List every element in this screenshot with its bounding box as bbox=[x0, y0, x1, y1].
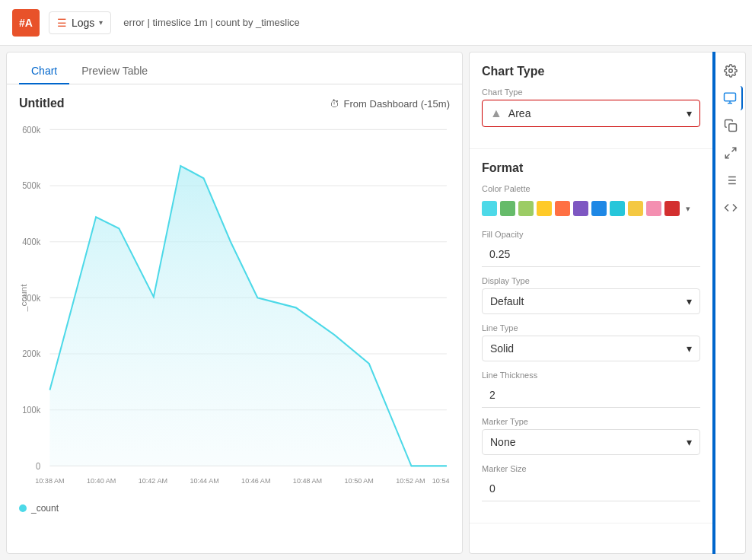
chart-type-value: Area bbox=[508, 107, 531, 119]
color-swatch-8[interactable] bbox=[628, 201, 643, 216]
chart-time-badge: ⏱ From Dashboard (-15m) bbox=[330, 98, 450, 110]
display-type-label: Display Type bbox=[482, 276, 700, 285]
color-swatch-4[interactable] bbox=[555, 201, 570, 216]
fill-opacity-field: Fill Opacity bbox=[482, 230, 700, 267]
tab-chart[interactable]: Chart bbox=[19, 59, 69, 84]
main-panel: Chart Preview Table Untitled ⏱ From Dash… bbox=[6, 52, 463, 554]
area-chart-icon: ▲ bbox=[490, 107, 502, 120]
expand-icon[interactable] bbox=[719, 141, 743, 165]
color-swatch-5[interactable] bbox=[573, 201, 588, 216]
settings-icon[interactable] bbox=[719, 59, 743, 83]
svg-text:10:44 AM: 10:44 AM bbox=[190, 476, 218, 485]
settings-panel: Chart Type Chart Type ▲ Area ▾ bbox=[469, 52, 712, 554]
color-palette-field: Color Palette bbox=[482, 184, 700, 221]
copy-icon[interactable] bbox=[719, 113, 743, 138]
tab-preview-table[interactable]: Preview Table bbox=[69, 59, 160, 84]
line-thickness-label: Line Thickness bbox=[482, 371, 700, 380]
color-swatch-0[interactable] bbox=[482, 201, 497, 216]
svg-text:400k: 400k bbox=[22, 237, 40, 247]
color-swatch-3[interactable] bbox=[537, 201, 552, 216]
color-palette: ▾ bbox=[482, 196, 700, 221]
chart-title: Untitled bbox=[19, 97, 65, 110]
svg-rect-26 bbox=[724, 93, 735, 101]
format-section: Format Color Palette bbox=[470, 149, 712, 523]
marker-type-value: None bbox=[490, 436, 515, 448]
svg-marker-15 bbox=[49, 166, 447, 466]
line-type-field: Line Type Solid ▾ bbox=[482, 323, 700, 361]
line-type-value: Solid bbox=[490, 342, 514, 355]
color-swatch-10[interactable] bbox=[664, 201, 680, 216]
svg-text:0: 0 bbox=[36, 461, 40, 470]
svg-text:10:38 AM: 10:38 AM bbox=[35, 476, 64, 485]
marker-size-field: Marker Size bbox=[482, 464, 700, 501]
color-swatch-7[interactable] bbox=[610, 201, 625, 216]
svg-line-30 bbox=[731, 148, 735, 151]
format-title: Format bbox=[482, 161, 700, 175]
chart-header: Untitled ⏱ From Dashboard (-15m) bbox=[19, 97, 450, 110]
source-selector[interactable]: ☰ Logs ▾ bbox=[49, 11, 111, 34]
line-thickness-input[interactable] bbox=[482, 383, 700, 408]
content-area: Chart Preview Table Untitled ⏱ From Dash… bbox=[0, 46, 752, 560]
svg-text:10:50 AM: 10:50 AM bbox=[345, 476, 374, 485]
svg-text:10:46 AM: 10:46 AM bbox=[241, 476, 270, 485]
svg-text:10:42 AM: 10:42 AM bbox=[139, 476, 167, 485]
chart-container: Untitled ⏱ From Dashboard (-15m) 600k 50… bbox=[7, 84, 462, 553]
color-palette-label: Color Palette bbox=[482, 184, 700, 193]
marker-type-label: Marker Type bbox=[482, 417, 700, 426]
tabs: Chart Preview Table bbox=[7, 52, 462, 84]
hash-badge: #A bbox=[12, 9, 40, 37]
clock-icon: ⏱ bbox=[330, 98, 339, 110]
logs-icon: ☰ bbox=[57, 17, 67, 29]
query-text: error | timeslice 1m | count by _timesli… bbox=[123, 17, 299, 28]
svg-text:500k: 500k bbox=[22, 181, 40, 190]
code-icon[interactable] bbox=[719, 196, 743, 220]
line-type-select[interactable]: Solid ▾ bbox=[482, 336, 700, 361]
display-type-value: Default bbox=[490, 295, 524, 307]
marker-size-label: Marker Size bbox=[482, 464, 700, 473]
chart-type-label: Chart Type bbox=[482, 88, 700, 97]
chart-svg: 600k 500k 400k 300k 200k 100k 0 _count bbox=[19, 116, 450, 512]
svg-text:10:52 AM: 10:52 AM bbox=[396, 476, 425, 485]
marker-type-chevron-icon: ▾ bbox=[687, 436, 692, 448]
source-name: Logs bbox=[72, 17, 94, 29]
chart-type-field: Chart Type ▲ Area ▾ bbox=[482, 88, 700, 127]
svg-text:10:54 AM: 10:54 AM bbox=[432, 476, 450, 485]
svg-text:200k: 200k bbox=[22, 349, 40, 358]
display-type-chevron-icon: ▾ bbox=[687, 295, 692, 307]
svg-text:100k: 100k bbox=[22, 406, 40, 415]
chart-type-section: Chart Type Chart Type ▲ Area ▾ bbox=[470, 52, 712, 149]
chart-time-range: From Dashboard (-15m) bbox=[344, 98, 450, 110]
svg-text:600k: 600k bbox=[22, 125, 40, 134]
chart-type-chevron-icon: ▾ bbox=[687, 107, 692, 119]
fill-opacity-label: Fill Opacity bbox=[482, 230, 700, 239]
color-swatch-1[interactable] bbox=[500, 201, 515, 216]
fill-opacity-input[interactable] bbox=[482, 242, 700, 267]
source-chevron-icon: ▾ bbox=[99, 18, 103, 27]
svg-line-31 bbox=[725, 154, 729, 158]
marker-type-field: Marker Type None ▾ bbox=[482, 417, 700, 455]
marker-size-input[interactable] bbox=[482, 476, 700, 501]
chart-wrapper: 600k 500k 400k 300k 200k 100k 0 _count bbox=[19, 116, 450, 500]
svg-point-25 bbox=[728, 69, 732, 73]
display-type-field: Display Type Default ▾ bbox=[482, 276, 700, 314]
line-type-chevron-icon: ▾ bbox=[687, 342, 692, 355]
svg-text:10:40 AM: 10:40 AM bbox=[87, 476, 116, 485]
line-thickness-field: Line Thickness bbox=[482, 371, 700, 408]
color-swatch-6[interactable] bbox=[591, 201, 607, 216]
icon-sidebar bbox=[715, 52, 746, 554]
display-type-select[interactable]: Default ▾ bbox=[482, 288, 700, 314]
display-icon[interactable] bbox=[719, 86, 743, 110]
chart-type-title: Chart Type bbox=[482, 65, 700, 78]
chart-type-select[interactable]: ▲ Area ▾ bbox=[482, 100, 700, 127]
svg-rect-29 bbox=[728, 124, 736, 132]
list-icon[interactable] bbox=[719, 168, 743, 192]
palette-chevron-icon[interactable]: ▾ bbox=[686, 204, 690, 214]
color-swatch-9[interactable] bbox=[646, 201, 661, 216]
marker-type-select[interactable]: None ▾ bbox=[482, 429, 700, 455]
color-swatch-2[interactable] bbox=[518, 201, 534, 216]
chart-type-select-inner: ▲ Area bbox=[490, 107, 531, 120]
svg-text:_count: _count bbox=[19, 284, 28, 313]
line-type-label: Line Type bbox=[482, 323, 700, 332]
top-bar: #A ☰ Logs ▾ error | timeslice 1m | count… bbox=[0, 0, 752, 46]
svg-text:10:48 AM: 10:48 AM bbox=[293, 476, 322, 485]
